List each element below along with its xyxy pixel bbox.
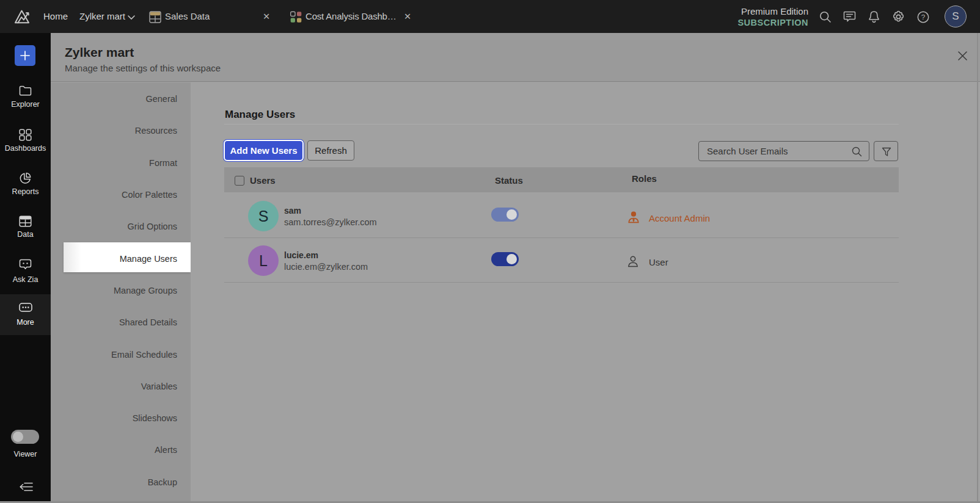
svg-text:?: ?	[921, 13, 925, 21]
